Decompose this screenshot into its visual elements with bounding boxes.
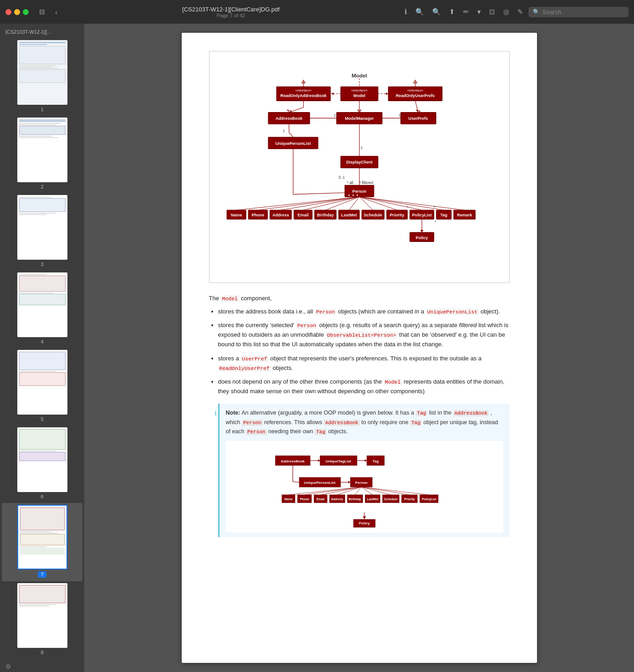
svg-text:ReadOnlyUserPrefs: ReadOnlyUserPrefs: [396, 93, 435, 98]
svg-text:Birthday: Birthday: [317, 213, 334, 217]
svg-text:Birthday: Birthday: [349, 497, 361, 501]
thumbnail-num-5: 5: [41, 416, 43, 422]
svg-line-26: [289, 108, 303, 113]
svg-line-140: [361, 487, 429, 495]
svg-text:UniqueTagList: UniqueTagList: [326, 459, 351, 463]
svg-text:DisplayClient: DisplayClient: [346, 160, 373, 164]
svg-text:ModelManager: ModelManager: [345, 116, 374, 121]
traffic-lights: [5, 9, 29, 15]
bullet-1: stores the address book data i.e., all P…: [218, 307, 510, 317]
back-button[interactable]: ‹: [52, 6, 61, 18]
svg-point-52: [357, 195, 358, 196]
svg-line-83: [303, 197, 359, 210]
svg-text:LastMet: LastMet: [367, 497, 379, 500]
pdf-viewer[interactable]: Model «interface» ReadOnlyAddressBook «i…: [84, 24, 634, 672]
annotate-icon[interactable]: ✏: [460, 5, 472, 18]
zoom-out-icon[interactable]: 🔍: [412, 5, 427, 18]
svg-marker-113: [348, 481, 351, 483]
svg-text:Person: Person: [355, 481, 368, 485]
note-uml-svg: AddressBook UniqueTagList Tag: [273, 446, 455, 509]
svg-text:Email: Email: [317, 497, 325, 500]
svg-text:Model: Model: [353, 93, 365, 98]
svg-line-80: [236, 197, 359, 210]
svg-text:Model: Model: [351, 72, 367, 79]
svg-text:Name: Name: [284, 497, 292, 500]
thumbnail-page-4[interactable]: 4: [2, 271, 82, 348]
thumbnail-num-7: 7: [38, 571, 46, 578]
info-icon[interactable]: ℹ: [401, 5, 410, 18]
thumbnail-img-8: [17, 583, 67, 648]
thumbnail-img-3: [17, 195, 67, 260]
svg-text:«interface»: «interface»: [407, 88, 423, 92]
thumbnail-page-5[interactable]: 5: [2, 348, 82, 426]
close-button[interactable]: [5, 9, 11, 15]
minimize-button[interactable]: [14, 9, 20, 15]
thumbnail-img-6: [17, 427, 67, 492]
svg-text:Schedule: Schedule: [384, 497, 398, 500]
thumbnail-img-1: [17, 40, 67, 105]
svg-line-132: [288, 487, 361, 495]
svg-text:AddressBook: AddressBook: [275, 116, 302, 121]
page-content: Model «interface» ReadOnlyAddressBook «i…: [182, 33, 537, 663]
svg-marker-94: [420, 230, 423, 232]
thumbnail-page-6[interactable]: 6: [2, 426, 82, 503]
svg-text:Tag: Tag: [440, 213, 447, 217]
svg-text:Address: Address: [331, 497, 343, 500]
svg-text:PolicyList: PolicyList: [412, 213, 431, 217]
search-icon: 🔍: [533, 9, 540, 15]
svg-text:«interface»: «interface»: [351, 88, 368, 92]
svg-text:Email: Email: [297, 213, 308, 217]
svg-marker-14: [386, 92, 388, 95]
svg-text:Priority: Priority: [404, 497, 415, 501]
svg-text:ReadOnlyAddressBook: ReadOnlyAddressBook: [280, 93, 327, 98]
bullet-3: stores a UserPref object that represents…: [218, 354, 510, 373]
svg-marker-142: [363, 516, 366, 519]
document-title: [CS2103T-W12-1][ClientCare]DG.pdf: [182, 6, 280, 13]
svg-text:1: 1: [282, 129, 285, 133]
thumbnail-page-3[interactable]: 3: [2, 193, 82, 271]
thumbnail-img-7: [17, 505, 67, 569]
svg-text:Schedule: Schedule: [363, 213, 382, 217]
thumbnail-page-1[interactable]: 1: [2, 38, 82, 116]
page-view-icon[interactable]: ⊡: [486, 5, 498, 18]
annotate-dropdown[interactable]: ▾: [474, 5, 484, 18]
thumbnail-page-2[interactable]: 2: [2, 116, 82, 193]
edit-icon[interactable]: ✎: [514, 5, 527, 18]
svg-line-55: [293, 193, 345, 195]
svg-text:Address: Address: [272, 213, 289, 217]
svg-text:1: 1: [399, 113, 401, 118]
svg-text:UniquePersonList: UniquePersonList: [275, 141, 311, 146]
svg-text:Name: Name: [230, 213, 242, 217]
thumbnail-page-8[interactable]: 8: [2, 581, 82, 659]
bullet-list: stores the address book data i.e., all P…: [218, 307, 510, 396]
svg-text:*: *: [435, 220, 436, 224]
sidebar-toggle-button[interactable]: ⊟: [36, 5, 48, 18]
search-input[interactable]: [542, 9, 624, 15]
uml-svg: Model «interface» ReadOnlyAddressBook «i…: [219, 61, 500, 270]
page-info: Page 7 of 42: [217, 13, 245, 18]
bullet-4: does not depend on any of the other thre…: [218, 377, 510, 396]
toolbar-icons: ℹ 🔍 🔍 ⬆ ✏ ▾ ⊡ ◎ ✎ 🔍: [401, 5, 629, 18]
note-box: i Note: An alternative (arguably, a more…: [218, 404, 510, 537]
svg-text:1: 1: [360, 146, 363, 150]
svg-text:UniquePersonList: UniquePersonList: [304, 481, 335, 485]
svg-line-133: [305, 487, 362, 495]
sidebar-settings[interactable]: ⚙: [0, 659, 84, 672]
svg-text:AddressBook: AddressBook: [281, 459, 305, 463]
svg-text:PolicyList: PolicyList: [422, 497, 436, 501]
zoom-in-icon[interactable]: 🔍: [429, 5, 444, 18]
svg-marker-12: [331, 92, 333, 95]
thumbnail-num-3: 3: [41, 262, 43, 267]
thumbnail-page-7[interactable]: 7: [2, 503, 82, 581]
svg-point-50: [348, 195, 349, 196]
thumbnail-img-2: [17, 118, 67, 182]
share-icon[interactable]: ⬆: [446, 5, 458, 18]
svg-text:0..1: 0..1: [338, 175, 345, 180]
maximize-button[interactable]: [23, 9, 29, 15]
svg-point-51: [353, 195, 354, 196]
svg-text:*: *: [407, 205, 409, 210]
titlebar-center: [CS2103T-W12-1][ClientCare]DG.pdf Page 7…: [64, 6, 398, 18]
svg-text:LastMet: LastMet: [341, 213, 357, 217]
search-box[interactable]: 🔍: [528, 7, 629, 17]
bookmark-icon[interactable]: ◎: [500, 5, 512, 18]
